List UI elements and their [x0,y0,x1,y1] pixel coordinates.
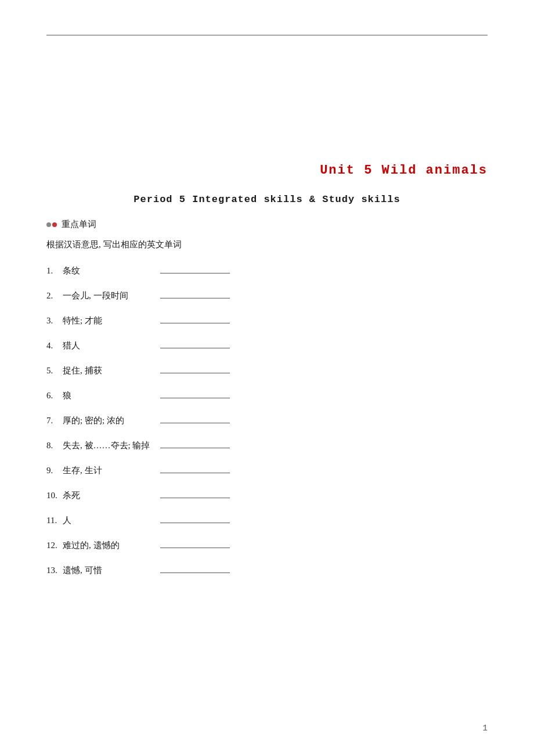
vocab-number: 1. [46,264,63,278]
section-icon [46,222,58,227]
vocab-number: 11. [46,513,63,527]
dot-red [52,222,57,227]
vocab-answer-line[interactable] [160,288,230,298]
vocab-chinese: 人 [63,513,156,527]
instruction-text: 根据汉语意思, 写出相应的英文单词 [46,239,488,250]
vocab-number: 13. [46,563,63,577]
vocab-chinese: 条纹 [63,264,156,278]
vocab-number: 7. [46,413,63,427]
vocab-chinese: 遗憾, 可惜 [63,563,156,577]
vocab-number: 6. [46,388,63,402]
vocab-item: 3.特性; 才能 [46,313,488,327]
vocab-answer-line[interactable] [160,488,230,498]
vocab-number: 8. [46,438,63,452]
vocab-item: 2.一会儿, 一段时间 [46,288,488,303]
vocab-chinese: 特性; 才能 [63,314,156,327]
vocab-answer-line[interactable] [160,338,230,348]
vocab-answer-line[interactable] [160,563,230,573]
vocab-item: 11.人 [46,513,488,527]
vocab-number: 10. [46,488,63,502]
vocab-item: 1.条纹 [46,263,488,278]
vocab-item: 12.难过的, 遗憾的 [46,538,488,552]
vocab-item: 9.生存, 生计 [46,463,488,477]
vocab-answer-line[interactable] [160,263,230,273]
period-title: Period 5 Integrated skills & Study skill… [46,194,488,205]
vocab-item: 13.遗憾, 可惜 [46,563,488,577]
section-header: 重点单词 [46,219,488,230]
vocab-item: 4.猎人 [46,338,488,352]
vocab-chinese: 一会儿, 一段时间 [63,289,156,303]
vocab-number: 4. [46,339,63,352]
vocab-chinese: 难过的, 遗憾的 [63,538,156,552]
vocab-item: 10.杀死 [46,488,488,502]
vocab-chinese: 厚的; 密的; 浓的 [63,413,156,427]
top-divider [46,35,488,35]
vocab-chinese: 捉住, 捕获 [63,363,156,377]
vocab-item: 6.狼 [46,388,488,402]
vocab-number: 5. [46,363,63,377]
vocab-chinese: 生存, 生计 [63,463,156,477]
vocab-number: 2. [46,289,63,303]
vocab-answer-line[interactable] [160,463,230,473]
unit-title: Unit 5 Wild animals [46,163,488,178]
vocab-chinese: 猎人 [63,339,156,352]
vocab-chinese: 失去, 被……夺去; 输掉 [63,438,156,452]
vocab-chinese: 杀死 [63,488,156,502]
vocab-answer-line[interactable] [160,413,230,423]
vocab-number: 3. [46,314,63,327]
dot-gray [46,222,51,227]
vocab-item: 5.捉住, 捕获 [46,363,488,377]
vocab-answer-line[interactable] [160,313,230,323]
vocab-item: 7.厚的; 密的; 浓的 [46,413,488,427]
vocab-answer-line[interactable] [160,538,230,548]
vocab-chinese: 狼 [63,388,156,402]
vocab-answer-line[interactable] [160,438,230,448]
vocab-item: 8.失去, 被……夺去; 输掉 [46,438,488,452]
section-label: 重点单词 [62,219,96,230]
vocab-answer-line[interactable] [160,363,230,373]
vocab-answer-line[interactable] [160,513,230,523]
vocab-number: 12. [46,538,63,552]
vocab-list: 1.条纹2.一会儿, 一段时间3.特性; 才能4.猎人5.捉住, 捕获6.狼7.… [46,263,488,577]
vocab-number: 9. [46,463,63,477]
vocab-answer-line[interactable] [160,388,230,398]
page-container: Unit 5 Wild animals Period 5 Integrated … [0,0,534,756]
page-number: 1 [483,723,488,733]
